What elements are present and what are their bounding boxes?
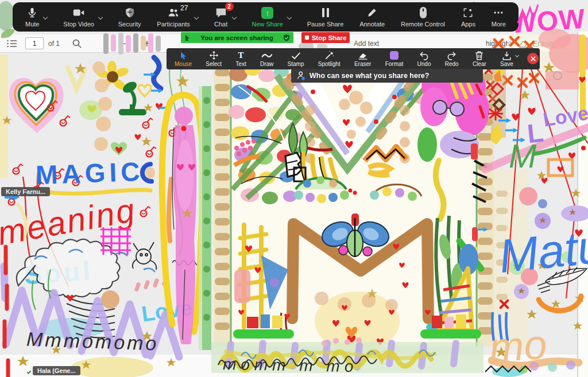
chat-unread-badge: 2 [225, 2, 234, 11]
participants-chevron-icon[interactable] [194, 15, 199, 20]
tool-undo[interactable]: Undo [417, 50, 431, 67]
annotator-tag-kelly: Kelly Farnu... [1, 187, 50, 196]
annotate-button[interactable]: Annotate [359, 6, 385, 28]
tool-save-label: Save [500, 61, 513, 67]
security-label: Security [118, 21, 141, 28]
word-wow: WOW [509, 3, 586, 39]
tool-select-label: Select [206, 61, 222, 67]
tool-format[interactable]: Format [385, 50, 404, 67]
participants-icon: 27 [167, 6, 180, 19]
green-strip [199, 86, 211, 350]
undo-icon [419, 50, 429, 60]
shield-icon [123, 6, 137, 19]
cursor-icon [179, 50, 188, 60]
save-chevron-icon[interactable] [515, 53, 519, 57]
tool-spotlight[interactable]: Spotlight [318, 50, 341, 67]
shield-check-icon [283, 34, 290, 41]
remote-mouse-icon [416, 6, 430, 19]
close-annotation-button[interactable] [527, 53, 539, 64]
tool-clear-label: Clear [473, 61, 486, 67]
scribble-left: Mmmomomo [26, 328, 160, 355]
participants-label: Participants [157, 21, 189, 28]
new-share-chevron-icon[interactable] [287, 15, 292, 20]
word-mo-bottom: mo [488, 321, 548, 371]
meeting-toolbar: Mute Stop Video Security [13, 2, 519, 32]
annotate-label: Annotate [359, 21, 385, 28]
remote-control-label: Remote Control [401, 21, 445, 28]
eraser-icon [358, 50, 368, 60]
check-icon [291, 50, 301, 60]
sharing-arrow-icon [184, 34, 191, 41]
microphone-icon [25, 6, 39, 19]
mute-chevron-icon[interactable] [43, 15, 48, 20]
tool-text-label: Text [235, 61, 246, 67]
tool-mouse-label: Mouse [175, 61, 192, 67]
share-screen-icon: ↑ [261, 6, 274, 19]
chat-icon: 2 [214, 6, 228, 19]
new-share-button[interactable]: ↑ New Share [252, 6, 291, 28]
tool-redo[interactable]: Redo [445, 50, 459, 67]
tooltip-text: Who can see what you share here? [310, 72, 429, 80]
more-button[interactable]: More [492, 6, 506, 28]
trash-icon [475, 50, 483, 60]
pause-share-label: Pause Share [307, 21, 344, 28]
tool-spotlight-label: Spotlight [318, 61, 341, 67]
chat-chevron-icon[interactable] [231, 15, 236, 20]
save-icon [502, 50, 512, 60]
tool-redo-label: Redo [445, 61, 459, 67]
apps-label: Apps [461, 21, 475, 28]
security-button[interactable]: Security [118, 6, 141, 28]
tool-save[interactable]: Save [500, 50, 513, 67]
remote-control-button[interactable]: Remote Control [401, 6, 445, 28]
tool-select[interactable]: Select [206, 50, 222, 67]
chat-button[interactable]: 2 Chat [214, 6, 236, 28]
pause-share-button[interactable]: Pause Share [307, 6, 344, 28]
annotation-toolbar: Mouse Select T Text Draw Stamp [167, 48, 540, 69]
stop-video-button[interactable]: Stop Video [63, 6, 102, 28]
mute-button[interactable]: Mute [25, 6, 47, 28]
stop-share-label: Stop Share [312, 34, 347, 41]
new-share-label: New Share [252, 21, 283, 28]
apps-button[interactable]: Apps [461, 6, 475, 28]
stop-video-chevron-icon[interactable] [98, 15, 103, 20]
squiggle-icon [261, 50, 273, 60]
pencil-icon [365, 6, 379, 19]
participants-button[interactable]: 27 Participants [157, 6, 198, 28]
scribble-bottom: momm m mo [223, 355, 358, 375]
stop-square-icon [305, 36, 309, 40]
tool-clear[interactable]: Clear [473, 50, 486, 67]
text-icon: T [238, 50, 244, 60]
tool-draw[interactable]: Draw [260, 50, 273, 67]
redo-icon [447, 50, 457, 60]
close-icon [531, 56, 536, 61]
central-artwork-panel [214, 63, 494, 351]
screen-sharing-banner: You are screen sharing Stop Share [181, 32, 350, 43]
tool-undo-label: Undo [417, 61, 431, 67]
more-label: More [492, 21, 506, 28]
tool-eraser[interactable]: Eraser [354, 50, 371, 67]
tool-stamp[interactable]: Stamp [288, 50, 304, 67]
person-icon [297, 71, 305, 80]
word-matu: Matu [497, 220, 588, 283]
annotator-tag-hala: Hala (Gene... [33, 366, 80, 375]
tool-mouse[interactable]: Mouse [175, 50, 192, 67]
share-visibility-tooltip: Who can see what you share here? [291, 69, 483, 83]
tool-draw-label: Draw [260, 61, 273, 67]
ellipsis-icon [492, 6, 505, 19]
pause-icon [319, 6, 332, 19]
stop-share-button[interactable]: Stop Share [301, 32, 350, 43]
zoom-screen-share-session: of 1 − + Add text highlight Erase [0, 0, 588, 377]
tool-text[interactable]: T Text [235, 50, 246, 67]
camera-icon [72, 6, 86, 19]
tool-stamp-label: Stamp [288, 61, 304, 67]
word-m-right: M [509, 137, 537, 174]
sharing-status-pill: You are screen sharing [181, 32, 293, 43]
format-color-swatch-icon [390, 51, 399, 60]
word-magic-group: MAGIC [33, 157, 150, 194]
figure-doodle [162, 95, 203, 344]
mute-label: Mute [25, 21, 39, 28]
stop-video-label: Stop Video [63, 21, 94, 28]
move-icon [209, 50, 219, 60]
sharing-message: You are screen sharing [200, 34, 273, 41]
apps-icon [461, 6, 475, 19]
